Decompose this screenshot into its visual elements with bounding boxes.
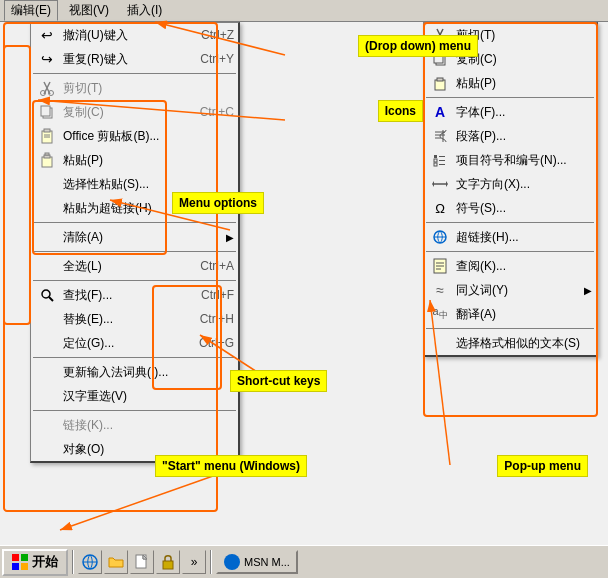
svg-rect-45 [21,554,28,561]
svg-rect-47 [21,563,28,570]
svg-rect-24 [434,159,437,162]
menu-item-goto[interactable]: 定位(G)... Ctrl+G [31,331,238,355]
menu-insert[interactable]: 插入(I) [120,0,169,21]
svg-marker-29 [446,181,448,187]
svg-marker-30 [432,181,434,187]
popup-translate-icon: a中 [428,304,452,324]
popup-item-select-similar[interactable]: 选择格式相似的文本(S) [424,331,596,355]
menu-bar: 编辑(E) 视图(V) 插入(I) [0,0,608,22]
menu-item-select-all[interactable]: 全选(L) Ctrl+A [31,254,238,278]
taskbar-separator-2 [210,550,212,574]
popup-symbol-icon: Ω [428,198,452,218]
svg-rect-3 [41,106,50,116]
popup-menu: 剪切(T) 复制(C) 粘贴(P) A 字体(F)... [423,22,598,357]
svg-rect-5 [44,129,50,132]
popup-para-icon [428,126,452,146]
popup-item-lookup[interactable]: 查阅(K)... [424,254,596,278]
taskbar-folder-icon[interactable] [104,550,128,574]
taskbar-lock-icon[interactable] [156,550,180,574]
svg-rect-10 [45,153,49,155]
menu-item-undo[interactable]: 撤消(U)键入 Ctrl+Z [31,23,238,47]
separator-3 [33,251,236,252]
popup-item-synonym[interactable]: ≈ 同义词(Y) ▶ [424,278,596,302]
redo-icon [35,49,59,69]
popup-text-dir-icon [428,174,452,194]
svg-rect-22 [434,155,437,158]
svg-rect-18 [437,78,443,81]
copy-icon [35,102,59,122]
paste-special-icon [35,174,59,194]
menu-item-link[interactable]: 链接(K)... [31,413,238,437]
svg-line-42 [60,470,230,530]
cjk-select-icon [35,386,59,406]
start-button[interactable]: 开始 [2,549,68,576]
svg-line-12 [49,297,53,301]
menu-options-label: Menu options [172,192,264,214]
menu-edit[interactable]: 编辑(E) [4,0,58,21]
popup-separator-2 [426,222,594,223]
menu-item-cjk-select[interactable]: 汉字重选(V) [31,384,238,408]
separator-5 [33,357,236,358]
popup-select-similar-icon [428,333,452,353]
windows-logo-icon [12,554,28,570]
object-icon [35,439,59,459]
menu-item-cut[interactable]: 剪切(T) [31,76,238,100]
undo-icon [35,25,59,45]
icons-label: Icons [378,100,423,122]
icons-annotation [3,45,31,325]
popup-synonym-arrow-icon: ▶ [584,285,592,296]
menu-item-replace[interactable]: 替换(E)... Ctrl+H [31,307,238,331]
menu-item-paste[interactable]: 粘贴(P) [31,148,238,172]
main-area: 编辑(E) 视图(V) 插入(I) 撤消(U)键入 Ctrl+Z 重复(R)键入… [0,0,608,545]
popup-item-paste[interactable]: 粘贴(P) [424,71,596,95]
svg-rect-44 [12,554,19,561]
clear-icon [35,227,59,247]
popup-item-symbol[interactable]: Ω 符号(S)... [424,196,596,220]
menu-item-copy[interactable]: 复制(C) Ctrl+C [31,100,238,124]
popup-item-text-dir[interactable]: 文字方向(X)... [424,172,596,196]
popup-separator-1 [426,97,594,98]
popup-lookup-icon [428,256,452,276]
taskbar-document-icon[interactable] [130,550,154,574]
dropdown-menu-label: (Drop down) menu [358,35,478,57]
menu-item-update-ime[interactable]: 更新输入法词典(I)... [31,360,238,384]
clipboard-icon [35,126,59,146]
popup-font-icon: A [428,102,452,122]
cut-icon [35,78,59,98]
popup-item-font[interactable]: A 字体(F)... [424,100,596,124]
popup-bullets-icon [428,150,452,170]
svg-point-11 [42,290,50,298]
taskbar-msn-button[interactable]: MSN M... [216,550,298,574]
taskbar: 开始 » MSN M... [0,545,608,578]
menu-view[interactable]: 视图(V) [62,0,116,21]
popup-item-bullets[interactable]: 项目符号和编号(N)... [424,148,596,172]
popup-item-hyperlink[interactable]: 超链接(H)... [424,225,596,249]
msn-icon [224,554,240,570]
replace-icon [35,309,59,329]
goto-icon [35,333,59,353]
popup-separator-4 [426,328,594,329]
menu-item-redo[interactable]: 重复(R)键入 Ctrl+Y [31,47,238,71]
taskbar-browser-icon[interactable] [78,550,102,574]
menu-item-find[interactable]: 查找(F)... Ctrl+F [31,283,238,307]
paste-hyperlink-icon [35,198,59,218]
popup-separator-3 [426,251,594,252]
submenu-arrow-icon: ▶ [226,232,234,243]
taskbar-double-arrow-icon[interactable]: » [182,550,206,574]
separator-2 [33,222,236,223]
menu-item-office-clipboard[interactable]: Office 剪贴板(B)... [31,124,238,148]
svg-rect-26 [434,163,437,166]
update-ime-icon [35,362,59,382]
svg-rect-52 [163,561,173,569]
popup-item-translate[interactable]: a中 翻译(A) [424,302,596,326]
popup-paste-icon [428,73,452,93]
edit-dropdown-menu: 撤消(U)键入 Ctrl+Z 重复(R)键入 Ctrl+Y 剪切(T) 复制(C… [30,22,240,463]
separator-4 [33,280,236,281]
separator-1 [33,73,236,74]
find-icon [35,285,59,305]
popup-item-para[interactable]: 段落(P)... [424,124,596,148]
select-all-icon [35,256,59,276]
shortcut-keys-label: Short-cut keys [230,370,327,392]
menu-item-clear[interactable]: 清除(A) ▶ [31,225,238,249]
link-icon [35,415,59,435]
